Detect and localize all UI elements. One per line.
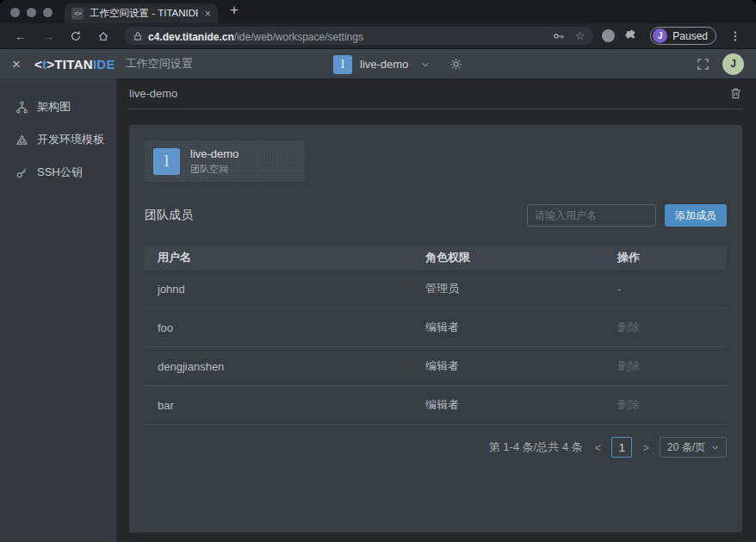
workspace-card: l live-demo 团队空间 [145, 140, 305, 182]
sidebar-item-label: 架构图 [37, 99, 71, 115]
add-member-button[interactable]: 添加成员 [665, 204, 727, 227]
header-right: J [697, 53, 744, 75]
extensions-puzzle-icon[interactable] [618, 29, 643, 42]
members-section-title: 团队成员 [145, 208, 193, 223]
template-triangle-icon [15, 134, 28, 146]
page-header: live-demo [129, 78, 742, 109]
traffic-close-button[interactable] [10, 8, 20, 17]
pagination-summary: 第 1-4 条/总共 4 条 [489, 439, 583, 455]
profile-pill[interactable]: J Paused [650, 27, 716, 45]
key-icon [15, 166, 28, 179]
url-domain: c4.dev.titanide.cn [148, 31, 234, 43]
cell-role: 编辑者 [412, 320, 604, 335]
cell-action: - [604, 283, 727, 296]
tab-title: 工作空间设置 - TITANIDE [90, 7, 198, 20]
user-avatar[interactable]: J [722, 53, 744, 75]
app-header: × <t>TITANIDE 工作空间设置 l live-demo J [0, 48, 756, 78]
workspace-card-type: 团队空间 [190, 163, 239, 176]
sidebar-item-label: 开发环境模板 [37, 132, 104, 147]
workspace-card-name: live-demo [190, 147, 239, 160]
workspace-card-badge: l [153, 148, 180, 175]
chevron-down-icon[interactable] [421, 60, 430, 69]
sidebar-item-label: SSH公钥 [37, 165, 83, 180]
table-header-row: 用户名 角色权限 操作 [145, 246, 727, 270]
sidebar-item-templates[interactable]: 开发环境模板 [0, 123, 116, 156]
chevron-down-icon [711, 444, 719, 452]
window-controls [0, 8, 65, 23]
breadcrumb: live-demo [129, 87, 177, 100]
browser-tab[interactable]: <> 工作空间设置 - TITANIDE × [65, 3, 218, 23]
reload-icon[interactable] [64, 30, 88, 42]
lock-icon[interactable] [133, 31, 143, 41]
extension-avatar-icon[interactable] [602, 29, 615, 42]
column-header-action: 操作 [604, 250, 727, 265]
password-key-icon[interactable] [553, 30, 565, 42]
cell-username: foo [145, 321, 412, 334]
main-content: live-demo l live-demo 团队空间 团队成员 [116, 78, 756, 542]
table-row: bar 编辑者 删除 [145, 386, 727, 425]
workspace-settings-gear-icon[interactable] [449, 58, 462, 71]
omnibox-actions: ☆ [553, 29, 586, 42]
delete-member-link[interactable]: 删除 [604, 397, 727, 413]
cell-username: johnd [145, 283, 412, 296]
username-input[interactable] [527, 204, 656, 227]
browser-window: <> 工作空间设置 - TITANIDE × + ← → c4.dev.tita… [0, 0, 756, 542]
delete-member-link[interactable]: 删除 [604, 320, 727, 335]
forward-button[interactable]: → [36, 29, 60, 43]
address-bar[interactable]: c4.dev.titanide.cn/ide/web/workspace/set… [124, 27, 593, 45]
column-header-role: 角色权限 [412, 250, 604, 265]
pagination: 第 1-4 条/总共 4 条 < 1 > 20 条/页 [145, 437, 727, 458]
sidebar: 架构图 开发环境模板 SSH公钥 [0, 78, 116, 542]
cell-role: 编辑者 [412, 358, 604, 374]
pagination-next-icon[interactable]: > [641, 441, 651, 454]
profile-status-label: Paused [672, 30, 708, 42]
site-favicon-icon: <> [71, 8, 84, 20]
page-size-select[interactable]: 20 条/页 [660, 437, 727, 458]
sidebar-item-ssh-keys[interactable]: SSH公钥 [0, 156, 116, 189]
new-tab-button[interactable]: + [218, 2, 251, 22]
app-page-title: 工作空间设置 [126, 56, 193, 72]
branch-icon [15, 101, 28, 114]
traffic-zoom-button[interactable] [43, 8, 53, 17]
cell-role: 管理员 [412, 281, 604, 296]
app-close-icon[interactable]: × [12, 57, 21, 72]
table-row: dengjianshen 编辑者 删除 [145, 347, 727, 386]
tab-close-icon[interactable]: × [204, 7, 211, 20]
pagination-page-1[interactable]: 1 [611, 437, 632, 458]
cell-username: dengjianshen [145, 360, 412, 373]
browser-menu-icon[interactable] [723, 30, 747, 42]
tab-strip: <> 工作空间设置 - TITANIDE × + [0, 0, 756, 23]
members-actions: 添加成员 [527, 204, 727, 227]
page-size-value: 20 条/页 [667, 440, 705, 455]
url-path: /ide/web/workspace/settings [234, 31, 363, 43]
workspace-selector[interactable]: l live-demo [333, 49, 462, 79]
settings-panel: l live-demo 团队空间 团队成员 添加成员 [129, 125, 742, 533]
table-row: johnd 管理员 - [145, 270, 727, 308]
workspace-badge: l [333, 55, 352, 74]
cell-role: 编辑者 [412, 397, 604, 413]
profile-avatar: J [653, 28, 667, 43]
browser-toolbar: ← → c4.dev.titanide.cn/ide/web/workspace… [0, 23, 756, 48]
workspace-card-text: live-demo 团队空间 [190, 147, 239, 176]
sidebar-item-architecture[interactable]: 架构图 [0, 90, 116, 123]
column-header-username: 用户名 [145, 250, 412, 265]
cell-username: bar [145, 399, 412, 412]
members-table: 用户名 角色权限 操作 johnd 管理员 - foo 编辑者 删除 [145, 246, 727, 425]
traffic-minimize-button[interactable] [27, 8, 36, 17]
fullscreen-icon[interactable] [697, 58, 710, 71]
delete-member-link[interactable]: 删除 [604, 358, 727, 374]
back-button[interactable]: ← [9, 29, 33, 43]
app-logo: <t>TITANIDE [34, 57, 115, 72]
table-row: foo 编辑者 删除 [145, 308, 727, 347]
workspace-name: live-demo [360, 58, 408, 71]
home-icon[interactable] [91, 30, 115, 42]
pagination-prev-icon[interactable]: < [593, 441, 604, 454]
bookmark-star-icon[interactable]: ☆ [575, 29, 586, 42]
url-text: c4.dev.titanide.cn/ide/web/workspace/set… [148, 28, 363, 44]
delete-workspace-trash-icon[interactable] [729, 87, 742, 100]
